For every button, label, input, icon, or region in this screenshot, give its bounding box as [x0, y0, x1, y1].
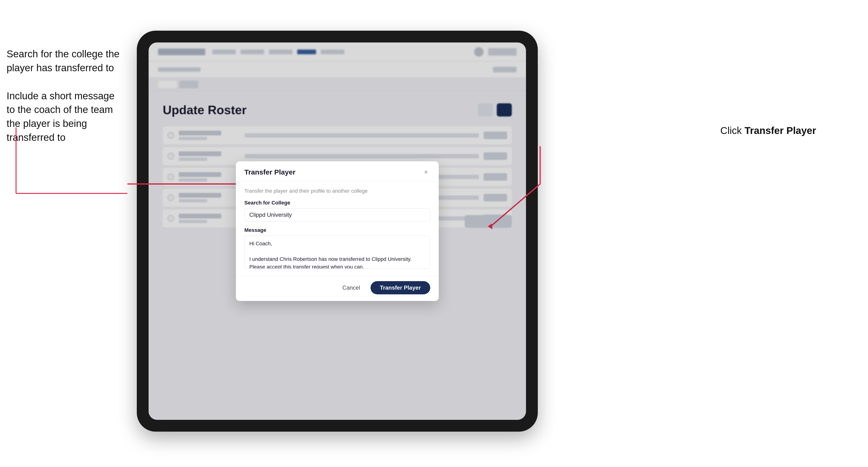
annotation-message-line1: Include a short message — [7, 89, 129, 103]
search-college-input[interactable] — [244, 208, 430, 221]
modal-header: Transfer Player × — [236, 161, 439, 181]
transfer-player-modal: Transfer Player × Transfer the player an… — [236, 161, 439, 301]
message-textarea[interactable]: Hi Coach, I understand Chris Robertson h… — [244, 236, 430, 269]
annotation-right: Click Transfer Player — [720, 125, 816, 136]
annotation-search-line2: player has transferred to — [7, 61, 129, 75]
message-label: Message — [244, 227, 430, 233]
modal-title: Transfer Player — [244, 168, 296, 176]
annotation-transfer-label: Transfer Player — [744, 125, 816, 136]
modal-close-button[interactable]: × — [422, 168, 430, 177]
annotation-message-line3: the player is being — [7, 117, 129, 131]
transfer-player-button[interactable]: Transfer Player — [371, 281, 430, 294]
annotation-click-prefix: Click — [720, 125, 745, 136]
search-college-label: Search for College — [244, 200, 430, 206]
modal-body: Transfer the player and their profile to… — [236, 181, 439, 276]
cancel-button[interactable]: Cancel — [337, 282, 366, 294]
annotation-message-line4: transferred to — [7, 131, 129, 145]
annotation-message-line2: to the coach of the team — [7, 103, 129, 117]
modal-overlay: Transfer Player × Transfer the player an… — [149, 42, 526, 420]
annotation-left: Search for the college the player has tr… — [7, 47, 129, 145]
annotation-search-line1: Search for the college the — [7, 47, 129, 61]
modal-footer: Cancel Transfer Player — [236, 276, 439, 301]
ipad-screen: Update Roster — [149, 42, 526, 420]
ipad-device: Update Roster — [137, 31, 538, 432]
modal-description: Transfer the player and their profile to… — [244, 188, 430, 194]
